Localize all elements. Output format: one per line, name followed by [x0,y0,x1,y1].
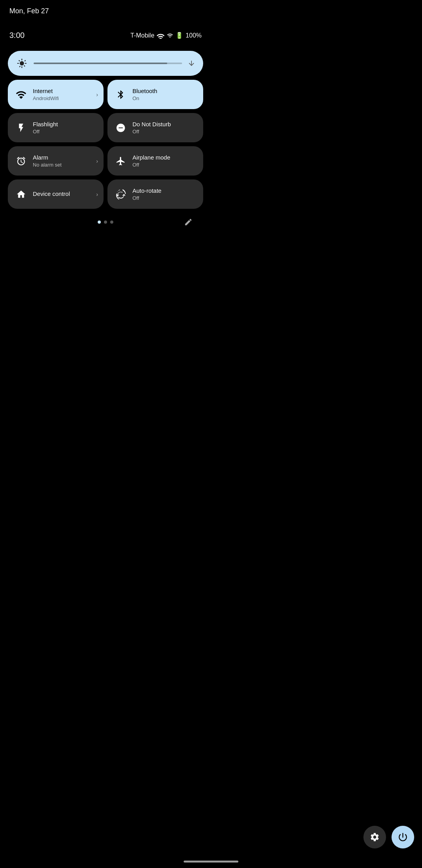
carrier-info: T-Mobile 🔋 100% [131,32,202,39]
tile-autorotate[interactable]: Auto-rotate Off [107,179,203,209]
brightness-icon [16,57,28,70]
bluetooth-icon [114,88,127,101]
internet-chevron-icon: › [96,91,98,98]
dnd-tile-text: Do Not Disturb Off [132,121,171,135]
tile-alarm[interactable]: Alarm No alarm set › [8,146,104,176]
home-icon [15,188,27,201]
alarm-chevron-icon: › [96,158,98,164]
internet-tile-subtitle: AndroidWifi [33,95,59,101]
tile-flashlight[interactable]: Flashlight Off [8,113,104,142]
rotate-icon [114,188,127,201]
bluetooth-tile-title: Bluetooth [132,88,157,95]
tile-airplane[interactable]: Airplane mode Off [107,146,203,176]
bluetooth-tile-subtitle: On [132,95,157,101]
tile-device-control[interactable]: Device control › [8,179,104,209]
autorotate-tile-text: Auto-rotate Off [132,187,161,201]
status-bar: Mon, Feb 27 3:00 T-Mobile 🔋 100% [0,0,211,43]
tile-bluetooth[interactable]: Bluetooth On [107,80,203,109]
brightness-slider[interactable] [34,63,182,64]
alarm-tile-title: Alarm [33,154,62,161]
dot-2 [104,221,107,224]
battery-icon: 🔋 [175,32,183,39]
alarm-tile-text: Alarm No alarm set [33,154,62,168]
autorotate-tile-title: Auto-rotate [132,187,161,194]
dot-3 [110,221,113,224]
tile-grid: Internet AndroidWifi › Bluetooth On [8,80,203,209]
device-control-tile-text: Device control [33,190,70,198]
dnd-icon [114,122,127,134]
airplane-tile-subtitle: Off [132,162,170,168]
edit-button[interactable] [181,215,195,229]
quick-settings-panel: Internet AndroidWifi › Bluetooth On [0,43,211,224]
alarm-icon [15,155,27,167]
battery-percent: 100% [186,32,202,39]
flashlight-icon [15,122,27,134]
time-row: 3:00 T-Mobile 🔋 100% [9,31,202,40]
brightness-handle-icon [188,59,195,67]
carrier-name: T-Mobile [131,32,154,39]
autorotate-tile-subtitle: Off [132,195,161,201]
airplane-icon [114,155,127,167]
alarm-tile-subtitle: No alarm set [33,162,62,168]
edit-icon [184,218,193,226]
internet-tile-text: Internet AndroidWifi [33,88,59,101]
airplane-tile-title: Airplane mode [132,154,170,161]
brightness-fill [34,63,167,64]
dnd-tile-subtitle: Off [132,129,171,135]
tile-internet[interactable]: Internet AndroidWifi › [8,80,104,109]
bluetooth-tile-text: Bluetooth On [132,88,157,101]
airplane-tile-text: Airplane mode Off [132,154,170,168]
signal-icon [167,32,173,39]
device-control-tile-title: Device control [33,190,70,197]
page-dots [98,221,113,224]
flashlight-tile-subtitle: Off [33,129,58,135]
date-text: Mon, Feb 27 [9,7,202,15]
tile-dnd[interactable]: Do Not Disturb Off [107,113,203,142]
flashlight-tile-text: Flashlight Off [33,121,58,135]
dot-1 [98,221,101,224]
page-controls [8,213,203,224]
brightness-row[interactable] [8,51,203,76]
device-control-chevron-icon: › [96,191,98,197]
flashlight-tile-title: Flashlight [33,121,58,128]
dnd-tile-title: Do Not Disturb [132,121,171,128]
internet-tile-title: Internet [33,88,59,95]
wifi-icon [15,88,27,101]
wifi-status-icon [157,32,165,39]
time-text: 3:00 [9,31,25,40]
